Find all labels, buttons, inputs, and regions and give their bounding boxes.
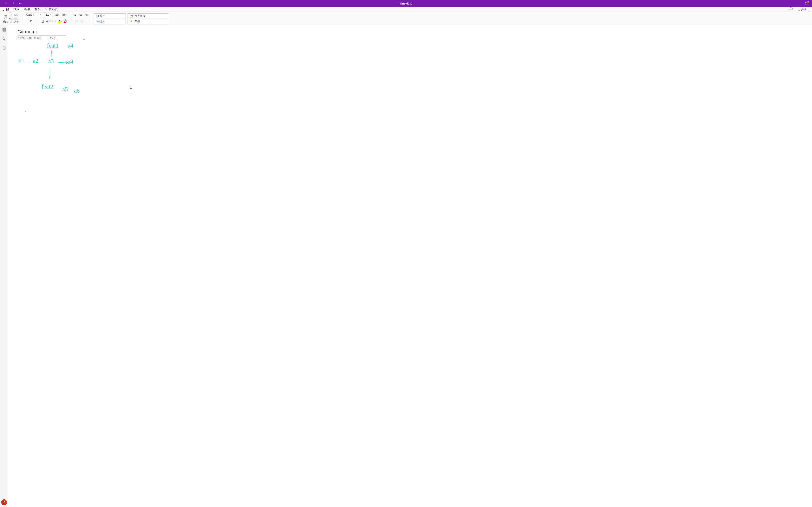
styles-group: 标题 1 标题 2 › <box>94 12 126 25</box>
svg-rect-27 <box>73 20 76 20</box>
ink-feat2: feat2. <box>42 83 55 90</box>
svg-rect-16 <box>63 13 64 14</box>
ink-connectors <box>8 25 144 138</box>
svg-rect-24 <box>81 14 82 14</box>
svg-point-11 <box>55 14 56 15</box>
ribbon: ▾ 粘贴 剪切 复制 格式 Ca <box>0 12 812 25</box>
svg-rect-25 <box>81 14 82 15</box>
svg-rect-18 <box>63 14 64 15</box>
svg-rect-31 <box>4 28 5 32</box>
ink-a1: a1 <box>19 57 24 64</box>
notebooks-button[interactable] <box>2 27 6 32</box>
svg-rect-4 <box>5 16 7 19</box>
bold-button[interactable]: B <box>30 19 33 23</box>
svg-point-9 <box>55 14 56 14</box>
ink-a2: a2 <box>33 57 39 64</box>
tab-tell-me[interactable]: 告诉我 <box>43 7 60 12</box>
tags-group: 待办事项 ★ 重要 › <box>128 12 168 25</box>
avatar[interactable]: Z <box>1 499 7 505</box>
svg-rect-8 <box>11 18 12 20</box>
svg-rect-22 <box>74 14 76 15</box>
svg-rect-12 <box>56 14 58 15</box>
svg-point-35 <box>25 111 26 112</box>
sync-icon[interactable] <box>789 7 793 12</box>
font-color-button[interactable]: A▾ <box>63 19 67 23</box>
ink-a4: a4 <box>68 58 73 65</box>
svg-rect-32 <box>5 28 6 32</box>
paste-button[interactable]: ▾ 粘贴 <box>1 13 9 24</box>
tab-insert[interactable]: 插入 <box>11 7 22 12</box>
svg-rect-28 <box>73 21 75 21</box>
ink-dash2: – <box>42 59 45 65</box>
font-group: Calibri▾ 11▾ ▾ 123 ▾ A₀ <box>25 12 88 25</box>
ink-dash1: – <box>28 59 31 65</box>
undo-button[interactable] <box>4 2 8 5</box>
ink-a6: a6 <box>74 88 80 94</box>
share-label: 共享 <box>801 7 807 11</box>
text-cursor <box>131 85 131 89</box>
styles-gallery[interactable]: 标题 1 标题 2 › <box>94 13 126 24</box>
subscript-button[interactable]: x2▾ <box>52 19 56 23</box>
outdent-button[interactable] <box>73 12 77 17</box>
font-name-select[interactable]: Calibri▾ <box>25 12 42 17</box>
italic-button[interactable]: I <box>35 19 39 23</box>
tab-home[interactable]: 开始 <box>1 7 11 12</box>
tag-important[interactable]: ★ 重要 <box>128 19 168 24</box>
svg-point-0 <box>805 2 807 3</box>
star-icon: ★ <box>130 20 133 23</box>
numbering-button[interactable]: 123 ▾ <box>62 12 67 17</box>
indent-button[interactable] <box>79 12 83 17</box>
checkbox-icon <box>130 15 133 17</box>
style-heading1[interactable]: 标题 1 <box>94 13 125 19</box>
strikethrough-button[interactable]: abc <box>46 19 50 23</box>
underline-button[interactable]: U <box>41 19 44 23</box>
page-canvas[interactable]: Git merge 2022年1月8日 星期六 下午7:11 feat1 a4 … <box>8 25 812 507</box>
svg-point-13 <box>55 15 56 16</box>
copy-button[interactable]: 复制 <box>9 17 19 20</box>
search-button[interactable] <box>2 37 6 41</box>
bullets-button[interactable]: ▾ <box>55 12 60 17</box>
svg-point-5 <box>10 16 11 16</box>
svg-rect-20 <box>63 15 64 15</box>
menubar: 开始 插入 绘图 视图 告诉我 共享 <box>0 7 812 12</box>
svg-point-1 <box>807 2 807 3</box>
svg-rect-10 <box>56 14 58 14</box>
svg-rect-14 <box>56 15 58 16</box>
app-title: OneNote <box>0 2 812 5</box>
tag-todo[interactable]: 待办事项 <box>128 13 168 19</box>
styles-expand-icon[interactable]: › <box>124 18 124 20</box>
tell-me-label: 告诉我 <box>49 7 58 11</box>
svg-point-33 <box>3 38 5 40</box>
share-button[interactable]: 共享 <box>796 7 809 12</box>
format-painter-button[interactable]: 格式 <box>9 20 19 24</box>
svg-rect-21 <box>74 14 76 14</box>
svg-rect-30 <box>3 28 4 32</box>
presence-icon[interactable] <box>804 1 808 5</box>
highlight-button[interactable]: ▾ <box>58 19 61 23</box>
align-button[interactable]: ▾ <box>72 18 78 23</box>
tab-draw[interactable]: 绘图 <box>22 7 32 12</box>
svg-point-6 <box>12 16 12 16</box>
svg-rect-3 <box>5 15 6 16</box>
tab-view[interactable]: 视图 <box>32 7 43 12</box>
ink-a5: a5 <box>62 86 68 93</box>
ink-feat1: feat1 <box>47 42 59 49</box>
style-heading2[interactable]: 标题 2 <box>94 19 125 24</box>
font-size-select[interactable]: 11▾ <box>44 12 53 17</box>
clear-formatting-button[interactable]: A₀ <box>85 12 88 17</box>
svg-rect-7 <box>11 18 12 19</box>
clipboard-group: ▾ 粘贴 剪切 复制 格式 <box>1 12 19 25</box>
tags-expand-icon[interactable]: › <box>166 18 167 20</box>
redo-button[interactable] <box>11 2 14 5</box>
page-title[interactable]: Git merge <box>17 28 66 36</box>
bulb-icon <box>45 7 48 11</box>
more-button[interactable]: ··· <box>18 2 22 5</box>
cut-button[interactable]: 剪切 <box>9 13 19 17</box>
page-time: 下午7:11 <box>47 37 57 40</box>
paste-label: 粘贴 <box>3 20 8 23</box>
page-date: 2022年1月8日 星期六 <box>17 37 42 40</box>
delete-button[interactable]: ✕ <box>80 19 83 23</box>
tags-gallery[interactable]: 待办事项 ★ 重要 › <box>128 13 168 24</box>
recent-button[interactable] <box>2 46 6 50</box>
svg-text:3: 3 <box>62 15 63 16</box>
